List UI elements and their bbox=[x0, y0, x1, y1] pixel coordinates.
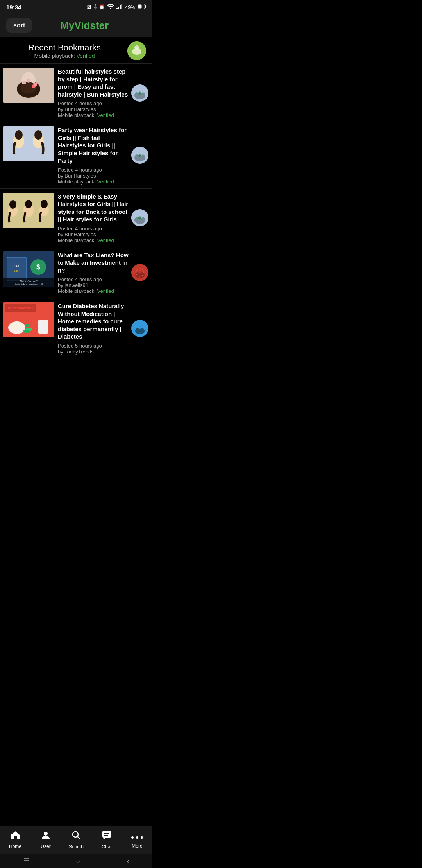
video-info: Party wear Hairstyles for Girls || Fish … bbox=[58, 126, 148, 185]
bookmarks-subtitle: Mobile playback: Verified bbox=[6, 53, 123, 59]
svg-rect-4 bbox=[121, 4, 122, 9]
svg-rect-66 bbox=[23, 330, 29, 333]
channel-avatar bbox=[131, 320, 148, 337]
svg-point-10 bbox=[134, 45, 139, 50]
main-content: Recent Bookmarks Mobile playback: Verifi… bbox=[0, 37, 152, 402]
svg-point-63 bbox=[10, 322, 24, 330]
svg-point-15 bbox=[23, 81, 26, 84]
svg-text:CURE DIABETES: CURE DIABETES bbox=[8, 307, 34, 310]
posted-by: by BunHairstyles bbox=[58, 173, 148, 179]
channel-avatar bbox=[131, 147, 148, 164]
video-info: 3 Very Simple & Easy Hairstyles for Girl… bbox=[58, 193, 148, 243]
svg-rect-68 bbox=[39, 321, 47, 333]
svg-text:$: $ bbox=[36, 263, 40, 271]
video-info: Beautiful hairstyles step by step | Hair… bbox=[58, 68, 148, 118]
svg-point-26 bbox=[15, 130, 23, 140]
signal-icon bbox=[116, 4, 123, 11]
svg-point-18 bbox=[34, 83, 37, 86]
photo-icon: 🖼 bbox=[87, 4, 91, 10]
header: sort MyVidster bbox=[0, 14, 152, 37]
svg-point-71 bbox=[137, 323, 143, 329]
app-title: MyVidster bbox=[38, 20, 131, 32]
video-thumbnail: TAX LIEN $ What are Tax Liens? How to Ma… bbox=[3, 251, 54, 287]
playback-status: Mobile playback: Verified bbox=[58, 288, 148, 294]
status-time: 19:34 bbox=[6, 4, 21, 11]
verified-badge: Verified bbox=[77, 53, 95, 59]
svg-rect-1 bbox=[116, 8, 118, 9]
list-item[interactable]: Party wear Hairstyles for Girls || Fish … bbox=[0, 122, 152, 188]
video-info: What are Tax Liens? How to Make an Inves… bbox=[58, 251, 148, 294]
list-item[interactable]: CURE DIABETES Cure Diabetes Naturally Wi… bbox=[0, 298, 152, 359]
posted-by: by janwells91 bbox=[58, 282, 148, 288]
bookmarks-header: Recent Bookmarks Mobile playback: Verifi… bbox=[0, 37, 152, 63]
video-thumbnail bbox=[3, 68, 54, 103]
posted-time: Posted 4 hours ago bbox=[58, 226, 148, 231]
playback-status: Mobile playback: Verified bbox=[58, 112, 148, 118]
svg-point-57 bbox=[137, 267, 143, 273]
sort-button[interactable]: sort bbox=[6, 18, 32, 33]
video-thumbnail bbox=[3, 193, 54, 228]
header-avatar bbox=[127, 41, 146, 60]
posted-by: by BunHairstyles bbox=[58, 106, 148, 112]
video-thumbnail: CURE DIABETES bbox=[3, 302, 54, 337]
svg-text:TAX: TAX bbox=[14, 265, 20, 267]
video-meta: Posted 5 hours ago by TodayTrends bbox=[58, 343, 148, 355]
svg-point-16 bbox=[27, 79, 30, 83]
status-icons: 🖼 𝄞 ⏰ 49% bbox=[87, 4, 146, 11]
video-meta: Posted 4 hours ago by BunHairstyles Mobi… bbox=[58, 167, 148, 185]
battery-text: 49% bbox=[125, 4, 135, 10]
svg-point-38 bbox=[25, 200, 32, 208]
channel-avatar bbox=[131, 84, 148, 102]
playback-status: Mobile playback: Verified bbox=[58, 237, 148, 243]
posted-by: by BunHairstyles bbox=[58, 231, 148, 237]
bookmarks-title: Recent Bookmarks bbox=[6, 43, 123, 53]
video-info: Cure Diabetes Naturally Without Medicati… bbox=[58, 302, 148, 355]
video-list: Beautiful hairstyles step by step | Hair… bbox=[0, 63, 152, 359]
svg-rect-2 bbox=[118, 7, 119, 9]
svg-point-36 bbox=[9, 200, 16, 209]
svg-rect-24 bbox=[3, 126, 54, 161]
posted-time: Posted 4 hours ago bbox=[58, 100, 148, 106]
svg-text:LIEN: LIEN bbox=[14, 270, 19, 272]
video-meta: Posted 4 hours ago by BunHairstyles Mobi… bbox=[58, 100, 148, 118]
svg-rect-47 bbox=[7, 257, 27, 281]
svg-point-28 bbox=[34, 130, 42, 140]
video-thumbnail bbox=[3, 126, 54, 161]
posted-time: Posted 4 hours ago bbox=[58, 167, 148, 173]
svg-rect-7 bbox=[138, 5, 142, 9]
channel-avatar bbox=[131, 209, 148, 226]
svg-rect-64 bbox=[25, 324, 30, 327]
svg-text:What are Tax Liens?: What are Tax Liens? bbox=[20, 280, 38, 282]
svg-rect-33 bbox=[139, 154, 141, 157]
posted-by: by TodayTrends bbox=[58, 349, 148, 355]
list-item[interactable]: Beautiful hairstyles step by step | Hair… bbox=[0, 63, 152, 122]
playback-status: Mobile playback: Verified bbox=[58, 179, 148, 185]
alarm-icon: ⏰ bbox=[99, 4, 105, 10]
bookmarks-header-text: Recent Bookmarks Mobile playback: Verifi… bbox=[6, 43, 123, 59]
svg-rect-6 bbox=[145, 5, 146, 8]
status-bar: 19:34 🖼 𝄞 ⏰ 49% bbox=[0, 0, 152, 14]
svg-rect-23 bbox=[139, 91, 141, 95]
svg-text:How to Make an Investment in I: How to Make an Investment in It? bbox=[14, 283, 43, 285]
list-item[interactable]: 3 Very Simple & Easy Hairstyles for Girl… bbox=[0, 188, 152, 247]
svg-point-0 bbox=[110, 8, 111, 9]
music-icon: 𝄞 bbox=[94, 4, 97, 10]
battery-icon bbox=[138, 4, 146, 10]
list-item[interactable]: TAX LIEN $ What are Tax Liens? How to Ma… bbox=[0, 247, 152, 298]
svg-point-40 bbox=[41, 200, 48, 208]
svg-rect-45 bbox=[139, 217, 141, 220]
wifi-icon bbox=[107, 4, 114, 11]
video-meta: Posted 4 hours ago by BunHairstyles Mobi… bbox=[58, 226, 148, 243]
posted-time: Posted 5 hours ago bbox=[58, 343, 148, 349]
channel-avatar bbox=[131, 264, 148, 281]
svg-rect-3 bbox=[120, 5, 121, 9]
